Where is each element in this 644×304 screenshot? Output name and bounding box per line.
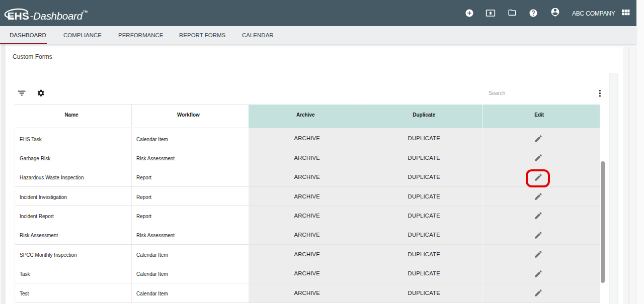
svg-text:EHS: EHS: [8, 10, 29, 22]
svg-text:-Dashboard: -Dashboard: [30, 10, 83, 22]
svg-text:TM: TM: [83, 10, 88, 13]
